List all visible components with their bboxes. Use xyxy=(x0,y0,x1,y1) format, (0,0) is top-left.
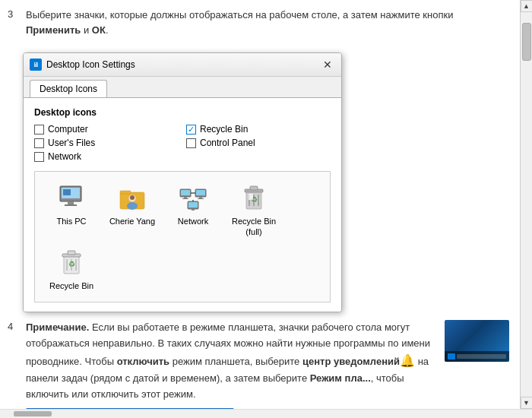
checkbox-network-box[interactable] xyxy=(34,152,44,162)
svg-rect-3 xyxy=(65,204,77,206)
desktop-icons-tab[interactable]: Desktop Icons xyxy=(30,80,107,97)
icon-recycle-bin-full-label: Recycle Bin (full) xyxy=(226,216,281,238)
icons-row: This PC xyxy=(41,178,324,242)
this-pc-icon-img xyxy=(56,182,87,213)
checkbox-control-panel[interactable]: Control Panel xyxy=(186,138,331,148)
checkbox-control-panel-label: Control Panel xyxy=(200,138,255,148)
check-mark: ✓ xyxy=(188,125,195,135)
step-3-number: 3 xyxy=(8,8,20,37)
svg-text:♻: ♻ xyxy=(68,260,75,268)
arrow-left-icon: ← xyxy=(243,407,268,409)
button-area: Открытие параметров персонализации ← 🔍 xyxy=(26,407,434,409)
dialog-body: Desktop icons Computer ✓ xyxy=(24,98,341,312)
checkbox-computer[interactable]: Computer xyxy=(34,124,179,135)
step-4-row: 4 Примечание. Если вы работаете в режиме… xyxy=(8,320,509,409)
svg-rect-11 xyxy=(181,190,190,195)
cherie-yang-icon xyxy=(118,183,147,212)
icons-row-2: ♻ Recycle Bin xyxy=(41,242,324,296)
taskbar-snippet xyxy=(445,351,509,362)
svg-rect-25 xyxy=(250,186,258,190)
recycle-bin-full-icon-img: ♻ xyxy=(239,182,269,213)
icon-network-label: Network xyxy=(178,216,208,226)
taskbar-search-snippet xyxy=(457,354,506,359)
vertical-scrollbar: ▲ ▼ xyxy=(520,0,532,409)
checkbox-users-files-label: User's Files xyxy=(48,138,95,148)
step-3-text: Выберите значки, которые должны отобража… xyxy=(26,8,509,37)
network-icon-img xyxy=(178,182,208,213)
checkbox-users-files-box[interactable] xyxy=(34,138,44,148)
h-scroll-thumb[interactable] xyxy=(14,411,52,416)
checkbox-control-panel-box[interactable] xyxy=(186,138,196,148)
horizontal-scrollbar xyxy=(0,409,532,418)
svg-rect-33 xyxy=(68,251,75,255)
svg-rect-13 xyxy=(182,198,188,199)
svg-rect-20 xyxy=(188,202,198,207)
dialog-wrapper: 🖥 Desktop Icon Settings ✕ Desktop Icons … xyxy=(23,52,342,312)
open-personalization-button[interactable]: Открытие параметров персонализации xyxy=(26,408,234,409)
icon-cherie-yang-label: Cherie Yang xyxy=(109,216,155,226)
svg-rect-30 xyxy=(249,194,253,200)
svg-rect-16 xyxy=(199,197,202,198)
recycle-bin-empty-icon: ♻ xyxy=(58,248,85,277)
svg-point-9 xyxy=(130,195,135,200)
step-4-text: Примечание. Если вы работаете в режиме п… xyxy=(26,320,434,403)
svg-rect-12 xyxy=(184,197,187,198)
svg-rect-15 xyxy=(196,190,205,195)
scroll-up-arrow[interactable]: ▲ xyxy=(521,0,533,12)
titlebar-left: 🖥 Desktop Icon Settings xyxy=(30,59,135,71)
svg-rect-4 xyxy=(63,189,71,195)
svg-rect-21 xyxy=(192,209,195,211)
network-icon xyxy=(179,183,207,212)
checkboxes-grid: Computer ✓ Recycle Bin xyxy=(34,124,331,162)
icons-preview-section: This PC xyxy=(34,171,331,302)
checkbox-users-files[interactable]: User's Files xyxy=(34,138,179,148)
checkbox-recycle-bin[interactable]: ✓ Recycle Bin xyxy=(186,124,331,135)
checkbox-computer-label: Computer xyxy=(48,124,88,135)
icon-recycle-bin-full[interactable]: ♻ Recycle Bin (full) xyxy=(223,178,284,242)
svg-rect-6 xyxy=(120,191,131,194)
icon-cherie-yang[interactable]: Cherie Yang xyxy=(102,178,163,242)
scroll-down-arrow[interactable]: ▼ xyxy=(521,397,533,409)
desktop-icon-settings-dialog: 🖥 Desktop Icon Settings ✕ Desktop Icons … xyxy=(23,52,342,312)
svg-rect-2 xyxy=(68,201,74,204)
windows-desktop-snippet xyxy=(445,320,509,362)
icon-network[interactable]: Network xyxy=(163,178,223,242)
checkbox-network-label: Network xyxy=(48,151,81,162)
recycle-bin-full-icon: ♻ xyxy=(240,183,268,212)
recycle-bin-empty-icon-img: ♻ xyxy=(56,247,87,277)
scroll-thumb[interactable] xyxy=(522,23,531,61)
checkbox-recycle-bin-box[interactable]: ✓ xyxy=(186,125,196,135)
checkbox-computer-box[interactable] xyxy=(34,125,44,135)
dialog-tabs: Desktop Icons xyxy=(24,77,341,98)
icon-this-pc[interactable]: This PC xyxy=(41,178,102,242)
this-pc-icon xyxy=(57,185,86,211)
cherie-yang-icon-img xyxy=(117,182,147,213)
start-btn-snippet xyxy=(448,353,455,359)
dialog-titlebar: 🖥 Desktop Icon Settings ✕ xyxy=(24,53,341,77)
step-4-number: 4 xyxy=(8,320,20,409)
step-3-row: 3 Выберите значки, которые должны отобра… xyxy=(8,8,509,37)
desktop-icons-section-label: Desktop icons xyxy=(34,107,331,118)
dialog-app-icon: 🖥 xyxy=(30,59,42,71)
svg-rect-17 xyxy=(198,198,204,199)
dialog-title: Desktop Icon Settings xyxy=(46,59,135,70)
checkbox-network[interactable]: Network xyxy=(34,151,179,162)
icon-recycle-bin-empty[interactable]: ♻ Recycle Bin xyxy=(41,242,102,296)
dialog-close-button[interactable]: ✕ xyxy=(320,57,335,72)
icon-recycle-bin-empty-label: Recycle Bin xyxy=(49,280,93,291)
icon-this-pc-label: This PC xyxy=(56,216,86,226)
svg-point-8 xyxy=(127,202,138,210)
checkbox-recycle-bin-label: Recycle Bin xyxy=(200,124,248,135)
